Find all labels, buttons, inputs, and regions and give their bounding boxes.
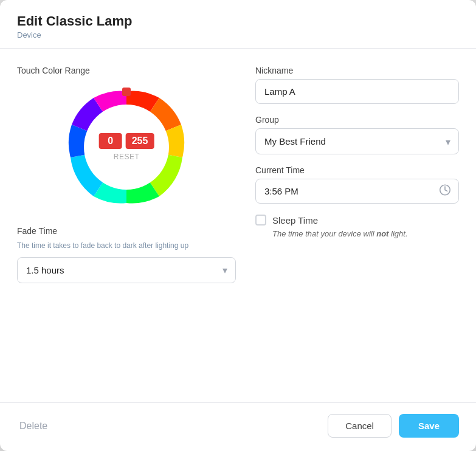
current-time-input-wrapper — [255, 179, 459, 204]
fade-time-select[interactable]: 0.5 hours 1 hour 1.5 hours 2 hours 3 hou… — [17, 257, 236, 283]
current-time-field-group: Current Time — [255, 165, 459, 204]
sleep-time-description: The time that your device will not light… — [272, 229, 459, 238]
edit-lamp-dialog: Edit Classic Lamp Device Touch Color Ran… — [0, 0, 476, 451]
current-time-label: Current Time — [255, 165, 459, 175]
dialog-subtitle: Device — [17, 30, 459, 40]
wheel-values: 0 255 — [99, 133, 154, 149]
wheel-reset-button[interactable]: RESET — [114, 153, 139, 161]
color-wheel-container[interactable]: 0 255 RESET — [60, 80, 193, 214]
sleep-time-label: Sleep Time — [272, 215, 318, 226]
fade-time-description: The time it takes to fade back to dark a… — [17, 241, 236, 251]
fade-time-select-wrapper[interactable]: 0.5 hours 1 hour 1.5 hours 2 hours 3 hou… — [17, 257, 236, 283]
sleep-time-section: Sleep Time The time that your device wil… — [255, 215, 459, 238]
svg-rect-1 — [122, 88, 131, 96]
clock-icon — [438, 183, 452, 199]
sleep-time-row: Sleep Time — [255, 215, 459, 226]
group-field-group: Group My Best Friend Living Room Bedroom… — [255, 115, 459, 154]
group-select-wrapper[interactable]: My Best Friend Living Room Bedroom ▾ — [255, 128, 459, 154]
sleep-time-checkbox[interactable] — [255, 215, 266, 226]
nickname-label: Nickname — [255, 66, 459, 75]
wheel-max-value: 255 — [126, 133, 154, 149]
dialog-header: Edit Classic Lamp Device — [0, 0, 476, 49]
nickname-input[interactable] — [255, 79, 459, 104]
current-time-input[interactable] — [255, 179, 459, 204]
delete-button[interactable]: Delete — [17, 416, 50, 436]
group-label: Group — [255, 115, 459, 125]
save-button[interactable]: Save — [399, 414, 459, 438]
fade-time-section: Fade Time The time it takes to fade back… — [17, 226, 236, 283]
right-column: Nickname Group My Best Friend Living Roo… — [255, 66, 459, 390]
dialog-body: Touch Color Range — [0, 49, 476, 402]
color-range-section: Touch Color Range — [17, 66, 236, 214]
nickname-field-group: Nickname — [255, 66, 459, 104]
wheel-center: 0 255 RESET — [99, 133, 154, 161]
group-select[interactable]: My Best Friend Living Room Bedroom — [255, 128, 459, 154]
wheel-min-value: 0 — [99, 133, 122, 149]
dialog-title: Edit Classic Lamp — [17, 13, 459, 29]
left-column: Touch Color Range — [17, 66, 236, 390]
dialog-footer: Delete Cancel Save — [0, 402, 476, 451]
footer-right: Cancel Save — [328, 414, 459, 438]
fade-time-label: Fade Time — [17, 226, 236, 236]
color-range-label: Touch Color Range — [17, 66, 90, 75]
cancel-button[interactable]: Cancel — [328, 414, 391, 438]
